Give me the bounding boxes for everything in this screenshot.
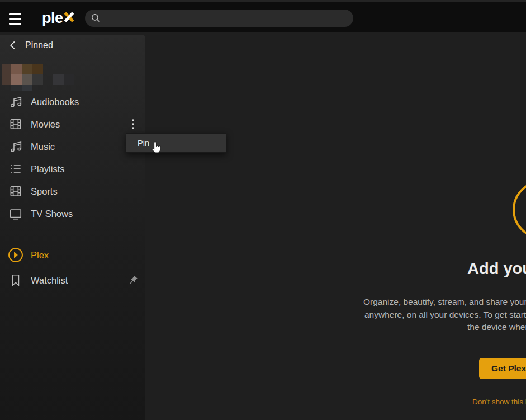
watchlist-pinned-pin-icon[interactable] [126,273,140,287]
sidebar-item-label: Audiobooks [31,97,79,107]
onboarding-body-line: Organize, beautify, stream, and share yo… [363,297,526,307]
sidebar-item-sports[interactable]: Sports [0,180,145,202]
sidebar-item-tv-shows[interactable]: TV Shows [0,202,145,225]
sidebar-item-plex[interactable]: Plex [0,244,145,266]
movies-more-options-kebab-icon[interactable] [126,117,140,131]
dismiss-onboarding-link[interactable]: Don't show this in [472,398,526,406]
playlist-icon [8,162,23,176]
plex-app-window: ple Pinned [0,0,526,420]
film-icon [8,117,23,131]
sidebar-item-watchlist[interactable]: Watchlist [0,269,145,291]
onboarding-body-line: the device wher [467,322,526,332]
sidebar: Pinned Audiobooks [0,35,145,420]
sidebar-item-label: TV Shows [31,209,73,219]
music-note-icon [8,139,23,154]
sidebar-item-label: Movies [31,119,60,130]
sidebar-item-label: Plex [31,250,49,261]
music-note-icon [8,95,23,109]
film-icon [8,184,23,199]
search-icon [91,13,101,23]
plex-icon [8,247,23,263]
sidebar-item-music[interactable]: Music [0,135,145,158]
top-navigation-bar: ple [0,2,526,32]
sidebar-item-label: Sports [31,186,58,197]
sidebar-item-label: Music [31,141,55,152]
get-plex-button[interactable]: Get Plex [479,358,526,379]
search-input[interactable] [106,9,353,27]
menu-hamburger-icon[interactable] [9,13,21,25]
sidebar-item-label: Playlists [31,164,65,174]
context-menu-item-pin[interactable]: Pin [126,134,226,152]
tv-icon [8,206,23,221]
plex-logo-x-icon [64,10,74,27]
sidebar-item-movies[interactable]: Movies [0,113,145,135]
onboarding-heading: Add your [467,259,526,278]
bookmark-icon [8,273,23,287]
plex-logo-text: ple [42,10,63,27]
sidebar-item-playlists[interactable]: Playlists [0,158,145,180]
plex-logo-circle [513,181,526,239]
onboarding-body-line: anywhere, on all your devices. To get st… [364,310,526,320]
plex-logo[interactable]: ple [42,10,74,26]
search-bar[interactable] [85,10,353,27]
sidebar-item-label: Watchlist [31,275,68,286]
sidebar-item-audiobooks[interactable]: Audiobooks [0,91,145,113]
context-menu: Pin [126,133,226,153]
